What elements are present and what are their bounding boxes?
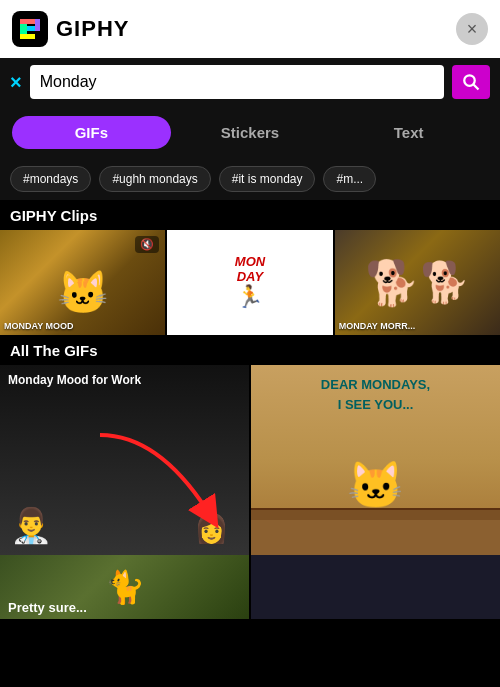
clip-1-label: MONDAY MOOD (4, 321, 74, 331)
hashtag-ughh-mondays[interactable]: #ughh mondays (99, 166, 210, 192)
clips-section-title: GIPHY Clips (0, 200, 500, 230)
clip-dog: 🐕 (335, 230, 500, 335)
search-bar: × (0, 58, 500, 106)
pretty-sure-label: Pretty sure... (8, 600, 87, 615)
giphy-logo-icon (12, 11, 48, 47)
clip-item-1[interactable]: 🐱 🔇 MONDAY MOOD (0, 230, 165, 335)
tab-bar: GIFs Stickers Text (0, 106, 500, 158)
close-button[interactable]: × (456, 13, 488, 45)
clip-item-2[interactable]: MONDAY 🏃 (167, 230, 332, 335)
gif-placeholder-right[interactable] (251, 555, 500, 619)
svg-rect-3 (20, 34, 35, 39)
app-title: GIPHY (56, 16, 129, 42)
search-input[interactable] (30, 65, 444, 99)
volume-icon[interactable]: 🔇 (135, 236, 159, 253)
monday-animation: MONDAY 🏃 (235, 255, 265, 310)
dear-mondays-visual: DEAR MONDAYS,I SEE YOU... 🐱 (251, 365, 500, 555)
svg-point-5 (464, 75, 475, 86)
hashtag-it-is-monday[interactable]: #it is monday (219, 166, 316, 192)
gif-pretty-sure[interactable]: 🐈 Pretty sure... (0, 555, 249, 619)
clip-item-3[interactable]: 🐕 monday morr... (335, 230, 500, 335)
dear-mondays-title: DEAR MONDAYS,I SEE YOU... (259, 375, 492, 414)
gif-item-monday-work[interactable]: Monday Mood for Work 👨‍⚕️ 👩 (0, 365, 249, 555)
top-bar: GIPHY × (0, 0, 500, 58)
svg-line-6 (473, 84, 478, 89)
hashtag-bar: #mondays #ughh mondays #it is monday #m.… (0, 158, 500, 200)
clip-3-label: monday morr... (339, 321, 416, 331)
gifs-section-title: All The GIFs (0, 335, 500, 365)
monday-work-title: Monday Mood for Work (8, 373, 141, 389)
gifs-grid: Monday Mood for Work 👨‍⚕️ 👩 DEAR MONDAYS… (0, 365, 500, 555)
clear-search-button[interactable]: × (10, 71, 22, 94)
clips-row: 🐱 🔇 MONDAY MOOD MONDAY 🏃 🐕 monday morr..… (0, 230, 500, 335)
hashtag-more[interactable]: #m... (323, 166, 376, 192)
svg-rect-4 (27, 26, 35, 31)
tab-text[interactable]: Text (329, 116, 488, 149)
bottom-gif-row: 🐈 Pretty sure... (0, 555, 500, 619)
monday-work-visual: Monday Mood for Work 👨‍⚕️ 👩 (0, 365, 249, 555)
svg-rect-2 (35, 19, 40, 31)
tab-gifs[interactable]: GIFs (12, 116, 171, 149)
logo-area: GIPHY (12, 11, 129, 47)
gif-item-dear-mondays[interactable]: DEAR MONDAYS,I SEE YOU... 🐱 (251, 365, 500, 555)
tab-stickers[interactable]: Stickers (171, 116, 330, 149)
search-button[interactable] (452, 65, 490, 99)
hashtag-mondays[interactable]: #mondays (10, 166, 91, 192)
